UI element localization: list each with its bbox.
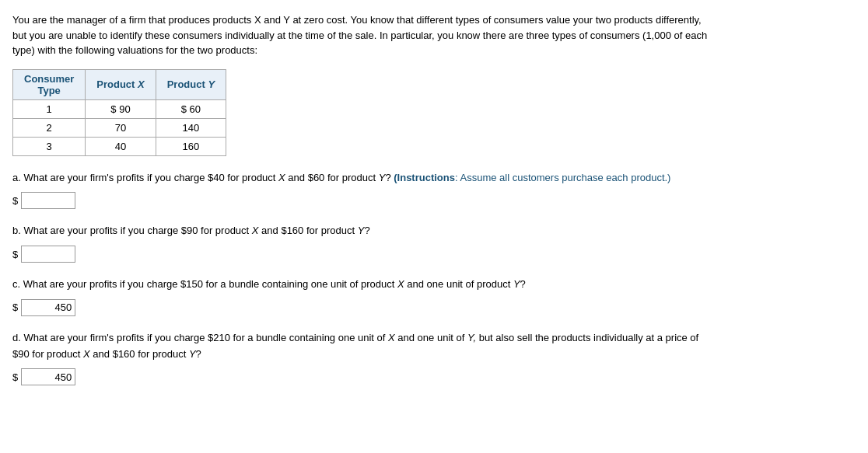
table-row: 1 $ 90 $ 60 [13,99,226,118]
consumer-type-3: 3 [13,137,86,155]
answer-a-input[interactable] [21,192,75,209]
question-b-text: b. What are your profits if you charge $… [12,223,712,239]
answer-d-input[interactable] [21,368,75,385]
product-x-2: 70 [86,118,156,137]
question-c-text: c. What are your profits if you charge $… [12,277,712,293]
answer-a-row: $ [12,192,856,209]
dollar-sign-c: $ [12,301,18,313]
instructions-a: (Instructions: Assume all customers purc… [394,172,670,183]
answer-c-row: $ [12,299,856,316]
valuation-table: ConsumerType Product X Product Y 1 $ 90 … [12,69,226,156]
question-a-text: a. What are your firm's profits if you c… [12,170,712,186]
product-x-1: $ 90 [86,99,156,118]
question-d-text: d. What are your firm's profits if you c… [12,330,712,363]
question-a-block: a. What are your firm's profits if you c… [12,170,856,210]
question-d-block: d. What are your firm's profits if you c… [12,330,856,386]
product-y-3: 160 [156,137,226,155]
dollar-sign-b: $ [12,249,18,260]
question-c-block: c. What are your profits if you charge $… [12,277,856,316]
consumer-type-1: 1 [13,99,86,118]
table-row: 3 40 160 [13,137,226,155]
answer-b-input[interactable] [21,246,75,263]
intro-paragraph: You are the manager of a firm that produ… [12,12,712,58]
product-y-1: $ 60 [156,99,226,118]
product-y-2: 140 [156,118,226,137]
consumer-type-2: 2 [13,118,86,137]
dollar-sign-a: $ [12,195,18,207]
table-row: 2 70 140 [13,118,226,137]
col-header-product-x: Product X [86,69,156,99]
col-header-consumer-type: ConsumerType [13,69,86,99]
question-b-block: b. What are your profits if you charge $… [12,223,856,263]
col-header-product-y: Product Y [156,69,226,99]
answer-b-row: $ [12,246,856,263]
answer-c-input[interactable] [21,299,75,316]
answer-d-row: $ [12,368,856,385]
dollar-sign-d: $ [12,371,18,383]
product-x-3: 40 [86,137,156,155]
